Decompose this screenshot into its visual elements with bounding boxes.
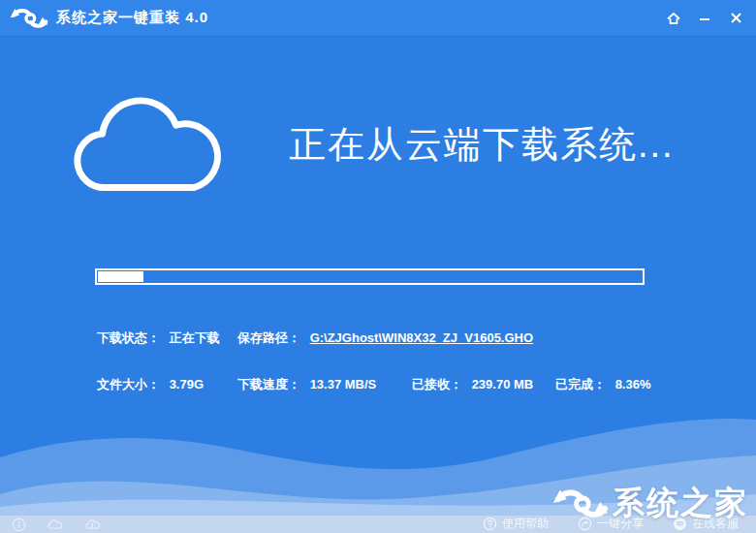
download-progress-bar (95, 268, 645, 285)
cloud-bolt-icon[interactable] (83, 517, 102, 532)
titlebar: 系统之家一键重装 4.0 (0, 0, 756, 37)
home-icon (666, 11, 681, 26)
brand-swoosh-watermark-icon (552, 486, 609, 522)
close-button[interactable] (725, 8, 746, 29)
received-amount-label: 已接收： (412, 377, 462, 392)
cloud-download-icon (68, 83, 231, 207)
file-size-value: 3.79G (170, 377, 204, 392)
brand-watermark-text: 系统之家 (613, 482, 748, 525)
save-path: 保存路径： G:\ZJGhost\WIN8X32_ZJ_V1605.GHO (237, 329, 533, 347)
save-path-label: 保存路径： (237, 330, 300, 345)
headline: 正在从云端下载系统... (289, 120, 675, 170)
help-icon (483, 517, 497, 531)
minimize-icon (698, 12, 711, 25)
download-speed-value: 13.37 MB/S (310, 377, 377, 392)
file-size-label: 文件大小： (97, 377, 160, 392)
save-path-link[interactable]: G:\ZJGhost\WIN8X32_ZJ_V1605.GHO (310, 330, 533, 345)
home-button[interactable] (663, 8, 684, 29)
window-controls (663, 8, 746, 29)
info-icon[interactable] (12, 517, 26, 532)
help-button[interactable]: 使用帮助 (483, 516, 549, 532)
download-status-value: 正在下载 (170, 330, 220, 345)
download-speed-label: 下载速度： (237, 377, 300, 392)
brand-swoosh-icon (10, 6, 48, 31)
app-window: 系统之家一键重装 4.0 正在 (0, 0, 756, 533)
download-status: 下载状态： 正在下载 (97, 329, 220, 347)
help-label: 使用帮助 (502, 516, 549, 532)
received-amount-value: 239.70 MB (472, 377, 534, 392)
download-progress-fill (98, 271, 143, 282)
brand-watermark: 系统之家 (552, 482, 748, 525)
completed-percent: 已完成： 8.36% (555, 376, 651, 393)
cloud-icon[interactable] (46, 517, 64, 532)
close-icon (729, 11, 743, 25)
download-status-label: 下载状态： (97, 330, 160, 345)
file-size: 文件大小： 3.79G (97, 376, 204, 393)
completed-percent-value: 8.36% (615, 377, 651, 392)
received-amount: 已接收： 239.70 MB (412, 376, 533, 393)
minimize-button[interactable] (694, 8, 715, 29)
footer-left-icons (12, 517, 102, 532)
download-speed: 下载速度： 13.37 MB/S (237, 376, 376, 393)
completed-percent-label: 已完成： (555, 377, 606, 392)
app-title: 系统之家一键重装 4.0 (56, 9, 208, 27)
